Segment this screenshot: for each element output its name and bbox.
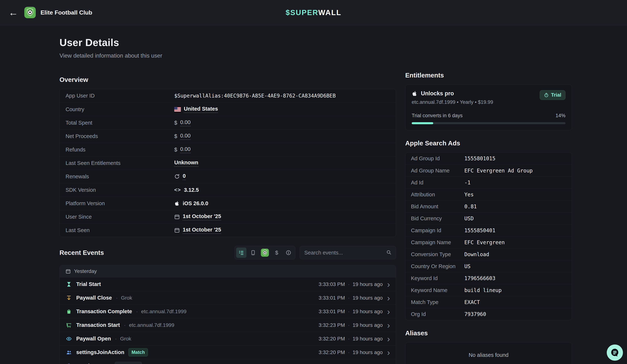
table-row: Last Seen 1st October '25 [60,224,396,237]
apple-icon [174,201,180,206]
event-time: 3:32:20 PM [319,336,345,342]
event-row[interactable]: settingsJoinAction Match 3:32:20 PM19 ho… [60,345,396,359]
trial-badge-label: Trial [551,92,561,98]
superwall-logo: $SUPERWALL [286,8,342,17]
page-title: User Details [59,37,396,48]
table-row: Conversion TypeDownload [405,248,572,260]
table-row: Bid CurrencyUSD [405,212,572,224]
row-value: Unknown [174,160,198,167]
table-row: Platform Version iOS 26.0.0 [60,196,396,210]
table-row: Org Id7937960 [405,308,572,320]
row-label: Org Id [411,311,464,317]
logo-super-part: $SUPER [286,8,318,17]
row-value: EFC Evergreen Ad Group [464,168,533,174]
filter-app-events-button[interactable] [260,247,270,258]
event-row[interactable]: Paywall Open Grok 3:32:20 PM19 hours ago… [60,332,396,345]
filter-revenue-events-button[interactable]: $ [271,247,282,258]
app-name: Elite Football Club [41,9,92,16]
table-row: Campaign NameEFC Evergreen [405,236,572,248]
row-label: Last Seen [66,227,174,233]
event-ago: 19 hours ago [353,281,383,287]
app-logo-icon [261,249,269,257]
row-label: App User ID [66,93,174,99]
row-value: 1st October '25 [183,213,221,221]
row-value: 0.00 [180,133,190,140]
asa-table: Ad Group Id1555801015 Ad Group NameEFC E… [405,152,572,320]
row-value: United States [184,106,218,113]
table-row: User Since 1st October '25 [60,210,396,224]
row-label: Bid Currency [411,216,464,222]
arrow-down-icon [66,295,72,301]
event-row[interactable]: Transaction Start etc.annual.7df.1999 3:… [60,318,396,332]
table-row: App User ID $SuperwallAlias:40EC9876-A85… [60,89,396,102]
row-label: Refunds [66,147,174,153]
back-button[interactable]: ← [8,8,18,17]
row-value: 0.81 [464,204,477,210]
event-ago: 19 hours ago [353,363,383,364]
row-value: build lineup [464,287,502,293]
row-value: Yes [464,191,474,198]
entitlement-card: Unlocks pro etc.annual.7df.1999 • Yearly… [405,85,572,130]
table-row: AttributionYes [405,188,572,200]
event-time: 3:32:23 PM [319,322,345,328]
filter-info-events-button[interactable] [283,247,294,258]
event-time: 3:32:05 PM [319,363,345,364]
table-row: Campaign Id1555850401 [405,224,572,236]
row-label: Keyword Name [411,287,464,293]
entitlement-name: Unlocks pro [421,90,454,97]
row-value: EXACT [464,299,480,305]
main-content: User Details View detailed information a… [0,25,627,364]
match-badge: Match [128,348,148,357]
chat-support-button[interactable] [607,345,623,361]
row-label: Match Type [411,299,464,305]
row-value: $SuperwallAlias:40EC9876-A85E-4AE9-8762-… [174,93,336,99]
overview-table: App User ID $SuperwallAlias:40EC9876-A85… [59,89,396,237]
table-row: Net Proceeds $0.00 [60,129,396,143]
row-value: iOS 26.0.0 [183,200,208,206]
filter-list-view-button[interactable] [236,247,247,258]
row-value: 1555850401 [464,228,495,233]
table-row: Keyword Namebuild lineup [405,284,572,296]
users-icon [66,350,72,355]
table-row: Refunds $0.00 [60,143,396,156]
calendar-icon [66,269,71,274]
event-row[interactable]: Trial Start 3:33:03 PM19 hours ago› [60,277,396,291]
row-value: 1796566603 [464,275,495,281]
aliases-heading: Aliases [405,329,572,337]
overview-heading: Overview [59,76,396,83]
trial-converts-text: Trial converts in 6 days [412,113,463,119]
slash-circle-icon [66,363,72,364]
event-row[interactable]: Transaction Complete etc.annual.7df.1999… [60,305,396,318]
row-value: USD [464,216,474,222]
calendar-icon [174,228,180,233]
row-label: Bid Amount [411,204,464,210]
chevron-right-icon: › [387,348,390,357]
row-value: 1st October '25 [183,227,221,234]
chat-bubble-icon [610,347,620,358]
event-label: session_start [76,363,111,364]
eye-icon [66,336,72,342]
row-value: EFC Evergreen [464,239,505,245]
search-icon [386,250,391,256]
filter-device-events-button[interactable] [248,247,258,258]
chevron-right-icon: › [387,362,390,364]
event-time: 3:33:01 PM [319,309,345,315]
table-row: Renewals 0 [60,170,396,183]
row-label: User Since [66,214,174,220]
table-row: Bid Amount0.81 [405,200,572,212]
row-label: Ad Id [411,180,464,186]
event-row[interactable]: Paywall Close Grok 3:33:01 PM19 hours ag… [60,291,396,305]
row-label: Net Proceeds [66,133,174,139]
row-label: Country Or Region [411,263,464,270]
event-sub: Grok [116,295,132,301]
dollar-icon: $ [174,120,177,126]
aliases-empty-box: No aliases found [405,342,572,364]
row-value: US [464,263,470,270]
event-ago: 19 hours ago [353,336,383,342]
event-row[interactable]: session_start No Match 3:32:05 PM19 hour… [60,359,396,364]
events-search-input[interactable] [304,250,383,256]
event-label: Paywall Open [76,336,111,342]
event-time: 3:32:20 PM [319,350,345,355]
timer-icon [544,93,549,97]
event-time: 3:33:03 PM [319,281,345,287]
